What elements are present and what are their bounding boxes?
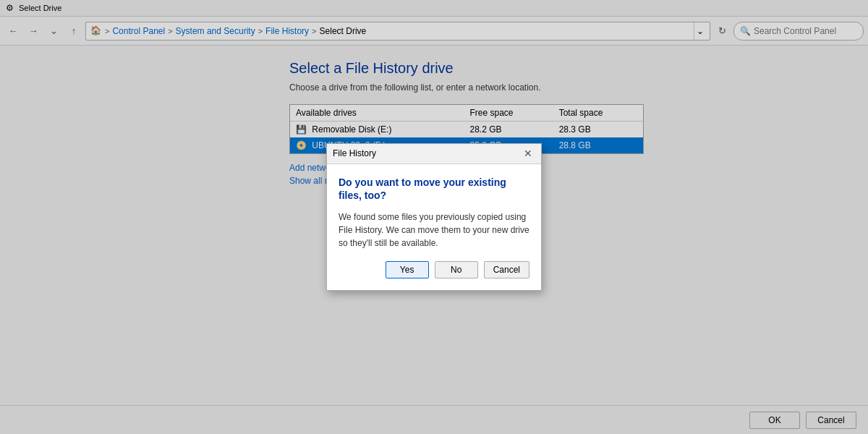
file-history-dialog: File History ✕ Do you want to move your … bbox=[326, 143, 542, 291]
dialog-heading: Do you want to move your existing files,… bbox=[339, 176, 529, 202]
dialog-buttons: Yes No Cancel bbox=[339, 261, 529, 278]
dialog-body: Do you want to move your existing files,… bbox=[327, 164, 541, 290]
dialog-close-button[interactable]: ✕ bbox=[521, 146, 535, 161]
dialog-titlebar: File History ✕ bbox=[327, 144, 541, 164]
modal-overlay: File History ✕ Do you want to move your … bbox=[0, 0, 868, 434]
dialog-text: We found some files you previously copie… bbox=[339, 210, 529, 250]
dialog-no-button[interactable]: No bbox=[435, 261, 478, 278]
dialog-title: File History bbox=[333, 148, 376, 158]
dialog-yes-button[interactable]: Yes bbox=[386, 261, 429, 278]
dialog-cancel-button[interactable]: Cancel bbox=[484, 261, 529, 278]
